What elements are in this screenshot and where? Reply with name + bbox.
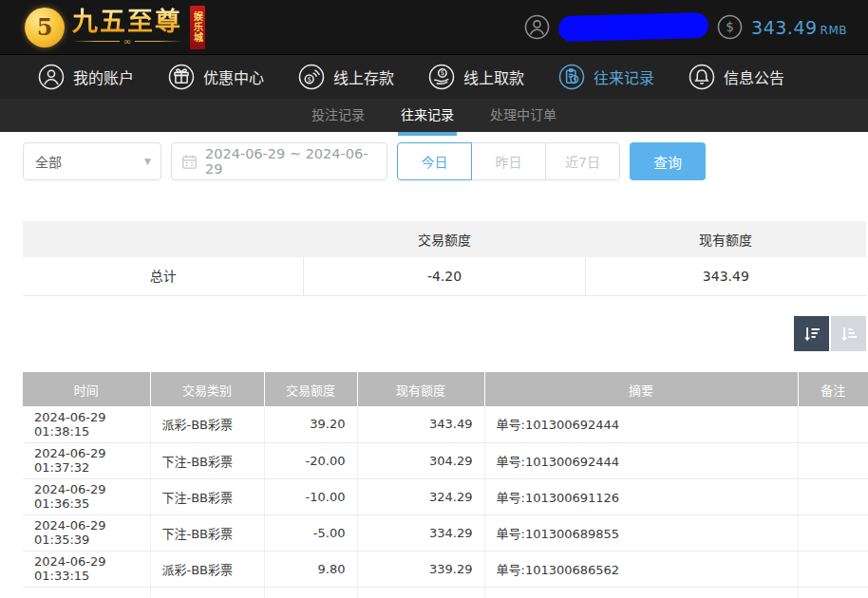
table-row: 2024-06-29 01:35:39 下注-BB彩票 -5.00 334.29… [23, 514, 868, 551]
nav-item-announcements[interactable]: 信息公告 [689, 64, 784, 90]
sort-descending-icon [802, 324, 822, 345]
page-content: 全部 ▼ 2024-06-29 ~ 2024-06-29 今日 昨日 近7日 查… [0, 142, 868, 598]
cell-note [798, 478, 868, 514]
nav-item-label: 线上存款 [333, 65, 394, 88]
column-header-amount: 交易额度 [264, 372, 357, 406]
brand-logo[interactable]: 5 九五至尊 ∞ 娱乐城 [25, 6, 205, 49]
cell-type: 下注-BB彩票 [150, 478, 264, 514]
sort-ascending-button[interactable] [831, 316, 866, 351]
sort-descending-button[interactable] [794, 316, 829, 351]
nav-item-label: 往来记录 [594, 65, 654, 88]
cell-note [798, 514, 868, 551]
table-row: 2024-06-29 01:37:32 下注-BB彩票 -20.00 304.2… [23, 442, 868, 478]
sort-controls [23, 316, 868, 351]
cell-type: 派彩-BB彩票 [150, 406, 264, 442]
bell-icon [689, 64, 715, 90]
cell-amount: 9.80 [264, 551, 357, 587]
records-icon [558, 64, 585, 90]
username-redacted[interactable] [558, 12, 709, 42]
table-row: 2024-06-29 01:38:15 派彩-BB彩票 39.20 343.49… [23, 406, 868, 442]
cell-type: 下注-BB彩票 [150, 442, 264, 478]
cell-time: 2024-06-29 01:37:32 [23, 442, 150, 478]
brand-name: 九五至尊 [72, 8, 182, 36]
nav-item-promotions[interactable]: 优惠中心 [168, 64, 264, 90]
balance-currency: RMB [821, 24, 847, 37]
tab-transaction-records[interactable]: 往来记录 [401, 99, 454, 132]
table-row-partial [23, 587, 868, 598]
range-last7days-button[interactable]: 近7日 [545, 142, 620, 180]
brand-emblem: 5 [25, 8, 65, 47]
records-header-row: 时间 交易类别 交易额度 现有额度 摘要 备注 [23, 372, 868, 406]
cell-summary: 单号:101300692444 [484, 406, 798, 442]
cell-balance: 343.49 [357, 406, 484, 442]
account-area: $ 343.49RMB [524, 14, 847, 40]
sort-ascending-icon [839, 324, 859, 345]
summary-header-balance: 现有额度 [585, 230, 866, 249]
cell-amount: -20.00 [264, 442, 357, 478]
cell-note [798, 406, 868, 442]
cell-type: 下注-BB彩票 [150, 514, 264, 551]
column-header-type: 交易类别 [150, 372, 264, 406]
main-nav: 我的账户 优惠中心 $ 线上存款 [0, 54, 868, 99]
cell-time: 2024-06-29 01:36:35 [23, 478, 150, 514]
brand-badge: 娱乐城 [190, 6, 205, 49]
date-range-value: 2024-06-29 ~ 2024-06-29 [205, 146, 377, 177]
cell-type: 派彩-BB彩票 [150, 551, 264, 587]
nav-item-label: 线上取款 [463, 65, 524, 88]
svg-text:$: $ [441, 69, 444, 77]
summary-total-row: 总计 -4.20 343.49 [23, 257, 866, 296]
nav-item-online-withdraw[interactable]: $ 线上取款 [428, 64, 524, 90]
cell-summary: 单号:101300689855 [484, 514, 798, 551]
records-table: 时间 交易类别 交易额度 现有额度 摘要 备注 2024-06-29 01:38… [23, 372, 868, 598]
cell-balance: 324.29 [357, 478, 484, 514]
type-select-value: 全部 [35, 152, 62, 171]
date-range-input[interactable]: 2024-06-29 ~ 2024-06-29 [171, 142, 387, 180]
nav-item-online-deposit[interactable]: $ 线上存款 [298, 64, 394, 90]
range-yesterday-button[interactable]: 昨日 [471, 142, 546, 180]
calendar-icon [181, 154, 198, 170]
cell-amount: 39.20 [264, 406, 357, 442]
nav-item-label: 我的账户 [73, 65, 134, 88]
user-avatar-icon[interactable] [524, 14, 550, 40]
range-today-button[interactable]: 今日 [397, 142, 472, 180]
column-header-note: 备注 [798, 372, 868, 406]
tab-bet-records[interactable]: 投注记录 [311, 99, 365, 132]
quick-range-group: 今日 昨日 近7日 [397, 142, 620, 180]
table-row: 2024-06-29 01:36:35 下注-BB彩票 -10.00 324.2… [23, 478, 868, 514]
cell-time: 2024-06-29 01:38:15 [23, 406, 150, 442]
table-row: 2024-06-29 01:33:15 派彩-BB彩票 9.80 339.29 … [23, 551, 868, 587]
nav-item-label: 信息公告 [724, 65, 784, 88]
cell-balance: 304.29 [357, 442, 484, 478]
gift-icon [168, 64, 195, 90]
nav-item-label: 优惠中心 [203, 65, 264, 88]
column-header-summary: 摘要 [484, 372, 798, 406]
summary-total-balance: 343.49 [585, 257, 866, 295]
nav-item-my-account[interactable]: 我的账户 [38, 64, 134, 90]
cell-summary: 单号:101300691126 [484, 478, 798, 514]
column-header-balance: 现有额度 [357, 372, 484, 406]
cell-note [798, 551, 868, 587]
coin-icon: $ [717, 14, 743, 40]
cell-summary: 单号:101300692444 [484, 442, 798, 478]
sub-nav: 投注记录 往来记录 处理中订单 [0, 99, 868, 132]
cell-balance: 334.29 [357, 514, 484, 551]
summary-table: 交易额度 现有额度 总计 -4.20 343.49 [23, 221, 866, 296]
query-button[interactable]: 查询 [630, 142, 706, 180]
balance-display: 343.49RMB [751, 17, 847, 38]
cell-time: 2024-06-29 01:33:15 [23, 551, 150, 587]
summary-header-amount: 交易额度 [304, 230, 585, 249]
svg-text:$: $ [307, 76, 311, 84]
balance-amount: 343.49 [751, 17, 817, 38]
cell-summary: 单号:101300686562 [484, 551, 798, 587]
account-icon [38, 64, 65, 90]
cell-amount: -5.00 [264, 514, 357, 551]
filter-row: 全部 ▼ 2024-06-29 ~ 2024-06-29 今日 昨日 近7日 查… [23, 142, 868, 180]
cell-balance: 339.29 [357, 551, 484, 587]
type-select[interactable]: 全部 ▼ [23, 142, 161, 180]
tab-pending-orders[interactable]: 处理中订单 [490, 99, 557, 132]
cell-time: 2024-06-29 01:35:39 [23, 514, 150, 551]
top-bar: 5 九五至尊 ∞ 娱乐城 $ 343.49RMB [0, 0, 868, 54]
deposit-icon: $ [298, 64, 325, 90]
brand-flourish: ∞ [72, 37, 182, 47]
nav-item-transaction-records[interactable]: 往来记录 [558, 64, 654, 90]
